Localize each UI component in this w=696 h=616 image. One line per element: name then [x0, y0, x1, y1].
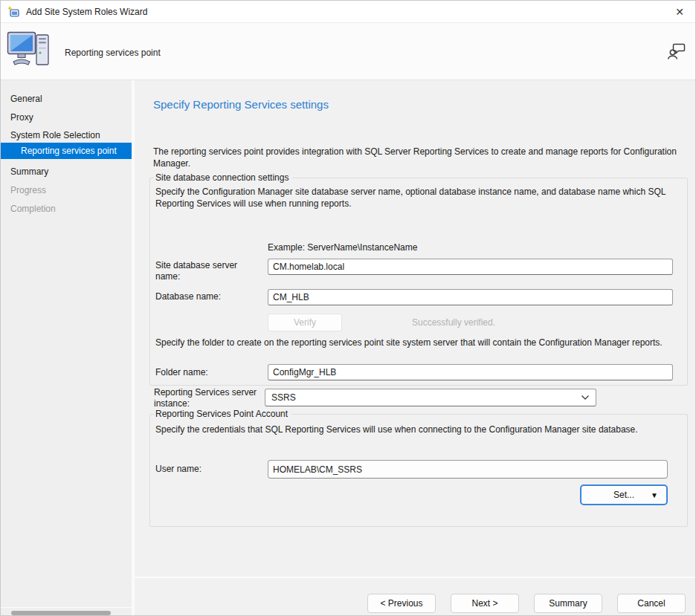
account-description: Specify the credentials that SQL Reporti… — [155, 424, 677, 436]
group-site-database-settings: Site database connection settings Specif… — [149, 178, 688, 386]
nav-item-completion: Completion — [1, 201, 132, 217]
instance-label: Reporting Services server instance: — [154, 387, 260, 409]
user-name-label: User name: — [155, 464, 261, 475]
folder-description: Specify the folder to create on the repo… — [155, 337, 677, 349]
folder-name-label: Folder name: — [155, 367, 261, 378]
page-heading: Specify Reporting Services settings — [153, 98, 329, 111]
wizard-page-title: Reporting services point — [65, 48, 161, 58]
wizard-header: Reporting services point — [1, 23, 696, 80]
footer-separator — [135, 577, 696, 578]
sidebar-separator — [1, 607, 132, 608]
summary-button[interactable]: Summary — [534, 594, 602, 613]
feedback-icon[interactable] — [667, 41, 686, 62]
folder-name-input[interactable] — [268, 364, 673, 380]
database-name-label: Database name: — [155, 291, 261, 302]
database-name-input[interactable] — [268, 289, 673, 305]
wizard-app-icon — [7, 6, 20, 19]
nav-item-proxy[interactable]: Proxy — [1, 109, 132, 126]
computer-icon — [7, 30, 51, 75]
db-settings-description: Specify the Configuration Manager site d… — [155, 187, 677, 210]
wizard-content: Specify Reporting Services settings The … — [135, 80, 696, 616]
nav-item-summary[interactable]: Summary — [1, 163, 132, 180]
wizard-window: Add Site System Roles Wizard ✕ Reporting… — [0, 0, 696, 616]
previous-button[interactable]: < Previous — [367, 594, 436, 613]
cancel-button[interactable]: Cancel — [617, 594, 686, 613]
nav-item-system-role-selection[interactable]: System Role Selection — [1, 127, 132, 143]
group-reporting-services-account: Reporting Services Point Account Specify… — [149, 414, 688, 527]
chevron-down-icon — [581, 392, 590, 403]
intro-text: The reporting services point provides in… — [153, 146, 677, 169]
horizontal-scrollbar[interactable] — [11, 611, 111, 615]
group-title: Site database connection settings — [154, 172, 292, 183]
user-name-input[interactable] — [268, 460, 668, 479]
footer-button-row: < Previous Next > Summary Cancel — [367, 594, 686, 613]
window-title: Add Site System Roles Wizard — [26, 7, 147, 17]
nav-item-progress: Progress — [1, 182, 132, 198]
verify-button[interactable]: Verify — [268, 314, 342, 331]
set-account-button[interactable]: Set... ▼ — [580, 484, 668, 505]
example-hint: Example: ServerName\InstanceName — [268, 242, 417, 253]
next-button[interactable]: Next > — [451, 594, 519, 613]
dropdown-caret-icon: ▼ — [651, 491, 658, 499]
server-name-input[interactable] — [268, 259, 673, 275]
wizard-nav-sidebar: General Proxy System Role Selection Repo… — [1, 80, 132, 616]
verify-status-text: Successfully verified. — [412, 317, 495, 328]
nav-item-reporting-services-point[interactable]: Reporting services point — [1, 143, 132, 159]
nav-item-general[interactable]: General — [1, 91, 132, 107]
close-button[interactable]: ✕ — [663, 1, 696, 23]
group-title: Reporting Services Point Account — [154, 409, 291, 419]
titlebar: Add Site System Roles Wizard ✕ — [1, 1, 696, 23]
instance-selected-value: SSRS — [271, 392, 581, 403]
instance-dropdown[interactable]: SSRS — [265, 389, 596, 406]
set-button-label: Set... — [613, 490, 634, 500]
server-name-label: Site database server name: — [155, 260, 261, 282]
close-icon: ✕ — [675, 6, 684, 18]
